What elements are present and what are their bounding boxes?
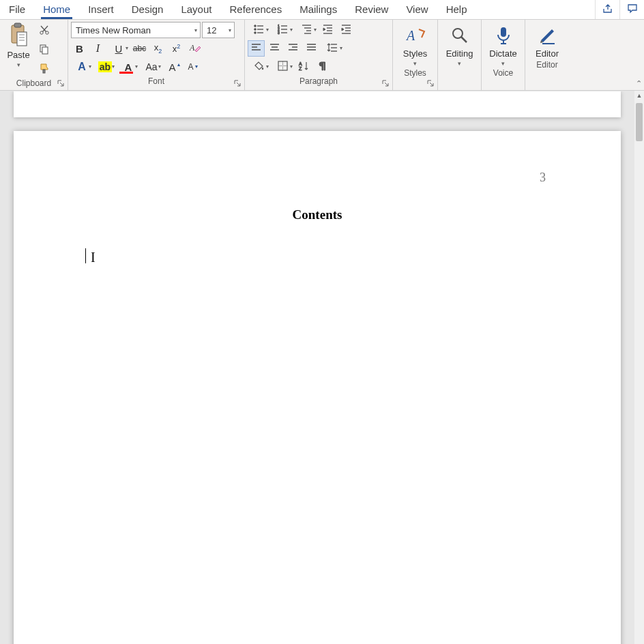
tab-home[interactable]: Home (34, 0, 79, 19)
sort-button[interactable]: AZ (295, 59, 312, 75)
tab-help[interactable]: Help (437, 0, 476, 19)
underline-icon: U (115, 43, 123, 55)
tab-references[interactable]: References (220, 0, 291, 19)
change-case-button[interactable]: Aa (141, 59, 162, 75)
align-center-button[interactable] (266, 40, 283, 57)
editor-pen-icon (536, 24, 558, 47)
highlight-button[interactable]: ab (94, 59, 116, 75)
chevron-down-icon: ▾ (194, 27, 197, 33)
increase-indent-icon (340, 23, 352, 37)
multilevel-list-button[interactable] (295, 22, 318, 38)
increase-indent-button[interactable] (338, 22, 355, 38)
line-spacing-button[interactable] (321, 40, 344, 57)
styles-button[interactable]: A Styles ▾ (393, 20, 437, 67)
vertical-scrollbar[interactable]: ▲ (634, 91, 644, 644)
group-voice: Dictate ▾ Voice (482, 20, 525, 90)
comments-button[interactable] (619, 0, 644, 19)
share-button[interactable] (595, 0, 619, 19)
italic-button[interactable]: I (89, 40, 106, 57)
text-cursor (85, 248, 86, 263)
share-icon (602, 3, 613, 16)
shrink-font-button[interactable]: A (182, 59, 199, 75)
strikethrough-button[interactable]: abc (131, 40, 148, 57)
tab-layout[interactable]: Layout (172, 0, 220, 19)
dictate-button[interactable]: Dictate ▾ (482, 20, 525, 67)
justify-button[interactable] (303, 40, 320, 57)
font-size-combo[interactable]: 12 ▾ (202, 22, 235, 38)
font-size-value: 12 (207, 25, 216, 35)
group-paragraph: 123 AZ Paragraph (245, 20, 393, 90)
tab-review[interactable]: Review (346, 0, 397, 19)
paragraph-launcher[interactable] (381, 78, 390, 88)
editing-button[interactable]: Editing ▾ (438, 20, 481, 67)
group-label-voice: Voice (482, 67, 525, 80)
svg-text:A: A (299, 61, 302, 66)
chevron-down-icon: ▾ (413, 60, 417, 67)
clear-formatting-button[interactable]: A (186, 40, 203, 57)
tab-design[interactable]: Design (123, 0, 173, 19)
text-effects-button[interactable]: A (71, 59, 93, 75)
svg-line-60 (461, 37, 467, 42)
align-center-icon (269, 42, 280, 55)
subscript-icon: x2 (154, 42, 162, 55)
svg-point-59 (453, 29, 463, 38)
borders-button[interactable] (272, 59, 294, 75)
clipboard-launcher[interactable] (56, 78, 65, 88)
editor-button[interactable]: Editor (525, 20, 569, 59)
multilevel-icon (301, 23, 312, 37)
collapse-ribbon-button[interactable]: ⌃ (636, 79, 642, 88)
bold-button[interactable]: B (71, 40, 88, 57)
decrease-indent-icon (322, 23, 334, 37)
chevron-down-icon: ▾ (501, 60, 505, 67)
text-effects-icon: A (78, 61, 86, 73)
group-editing: Editing ▾ . (438, 20, 482, 90)
copy-button[interactable] (37, 42, 52, 57)
document-page[interactable]: 3 Contents I (14, 131, 621, 644)
svg-text:3: 3 (278, 31, 280, 35)
ibeam-cursor-icon: I (91, 250, 96, 265)
superscript-icon: x2 (173, 43, 181, 54)
decrease-indent-button[interactable] (319, 22, 336, 38)
pilcrow-icon (317, 60, 328, 74)
scroll-up-button[interactable]: ▲ (634, 91, 644, 100)
superscript-button[interactable]: x2 (168, 40, 185, 57)
align-right-button[interactable] (284, 40, 302, 57)
cut-button[interactable] (37, 23, 52, 38)
format-painter-button[interactable] (37, 61, 52, 76)
scroll-thumb[interactable] (636, 103, 643, 141)
svg-text:Z: Z (299, 66, 302, 71)
document-area: 3 Contents I (0, 91, 634, 644)
tab-insert[interactable]: Insert (79, 0, 123, 19)
font-launcher[interactable] (233, 78, 242, 88)
previous-page-strip (14, 91, 621, 117)
highlight-icon: ab (98, 61, 112, 72)
chevron-down-icon: ▾ (17, 61, 20, 68)
font-name-combo[interactable]: Times New Roman ▾ (71, 22, 201, 38)
paste-button[interactable]: Paste ▾ (3, 21, 34, 68)
page-number: 3 (540, 171, 546, 185)
show-marks-button[interactable] (314, 59, 331, 75)
font-color-button[interactable]: A (117, 59, 139, 75)
editor-label: Editor (536, 48, 559, 59)
styles-launcher[interactable] (426, 78, 435, 88)
subscript-button[interactable]: x2 (149, 40, 166, 57)
bullets-button[interactable] (248, 22, 270, 38)
paste-icon (8, 23, 29, 48)
tab-mailings[interactable]: Mailings (291, 0, 346, 19)
bold-icon: B (76, 43, 83, 55)
font-color-swatch (119, 72, 133, 74)
numbering-button[interactable]: 123 (272, 22, 294, 38)
shading-button[interactable] (248, 59, 270, 75)
borders-icon (277, 60, 289, 74)
underline-button[interactable]: U (108, 40, 130, 57)
paintbrush-icon (39, 63, 50, 76)
svg-text:A: A (189, 43, 195, 53)
tab-file[interactable]: File (0, 0, 34, 19)
group-label-editor: Editor (525, 59, 569, 72)
grow-font-button[interactable]: A (164, 59, 181, 75)
align-left-button[interactable] (248, 40, 265, 57)
sort-icon: AZ (298, 60, 310, 74)
tab-view[interactable]: View (397, 0, 437, 19)
ribbon: Paste ▾ Clipboard (0, 20, 644, 91)
chevron-up-icon: ▲ (636, 92, 643, 99)
